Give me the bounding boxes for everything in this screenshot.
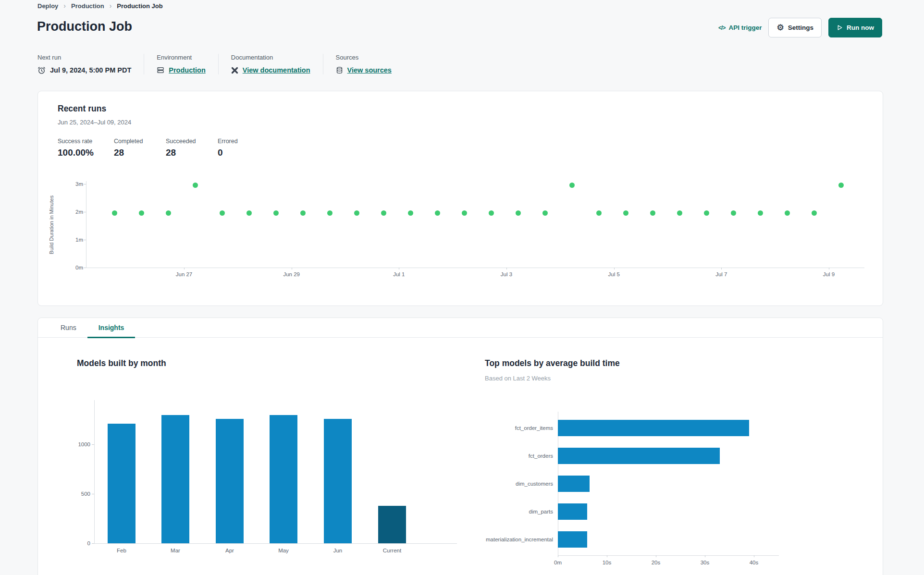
hbar-x-axis	[558, 555, 779, 556]
scatter-x-tick	[829, 268, 829, 269]
hbar-x-tick	[705, 555, 705, 557]
scatter-y-tick	[84, 212, 86, 212]
scatter-x-tick	[292, 268, 292, 269]
hbar-x-tick-label: 20s	[644, 560, 668, 565]
hbar-x-tick	[607, 555, 607, 557]
hbar-row-label: materialization_incremental	[457, 537, 553, 542]
hbar-x-tick	[754, 555, 754, 557]
header-actions: </> API trigger ⚙ Settings Run now	[718, 18, 882, 37]
run-duration-dot	[542, 210, 548, 216]
scatter-x-tick-label: Jul 1	[384, 271, 413, 277]
info-link[interactable]: Production	[169, 66, 206, 74]
run-duration-dot	[408, 210, 413, 216]
scatter-x-tick-label: Jun 29	[277, 271, 306, 277]
run-now-label: Run now	[847, 24, 874, 31]
insights-card: RunsInsights Models built by month 05001…	[37, 318, 883, 575]
page-title: Production Job	[37, 19, 132, 34]
hbar-row-label: fct_orders	[457, 453, 553, 459]
run-duration-dot	[327, 210, 333, 216]
info-section-environment: EnvironmentProduction	[157, 54, 219, 74]
run-duration-dot	[112, 210, 117, 216]
breadcrumb-item-production[interactable]: Production	[71, 2, 104, 10]
info-value: View documentation	[231, 66, 310, 74]
info-value: Production	[157, 66, 206, 74]
info-section-documentation: DocumentationView documentation	[231, 54, 323, 74]
scatter-y-tick	[84, 240, 86, 240]
scatter-y-tick-label: 2m	[64, 209, 83, 215]
run-duration-dot	[650, 210, 655, 216]
info-text: Jul 9, 2024, 5:00 PM PDT	[50, 66, 131, 74]
hbar-x-tick-label: 40s	[742, 560, 766, 565]
scatter-y-tick-label: 0m	[64, 265, 83, 270]
info-bar: Next runJul 9, 2024, 5:00 PM PDTEnvironm…	[37, 54, 417, 74]
info-section-next-run: Next runJul 9, 2024, 5:00 PM PDT	[37, 54, 144, 74]
settings-label: Settings	[788, 24, 813, 31]
recent-runs-card: Recent runs Jun 25, 2024–Jul 09, 2024 Su…	[37, 91, 883, 306]
scatter-x-tick	[614, 268, 615, 269]
top-models-chart: fct_order_itemsfct_ordersdim_customersdi…	[38, 318, 883, 575]
production-job-page: Deploy›Production›Production Job Product…	[0, 0, 924, 575]
run-duration-dot	[731, 210, 736, 216]
api-trigger-label: API trigger	[728, 24, 762, 31]
hbar-dim_customers	[558, 476, 590, 492]
hbar-x-tick-label: 30s	[693, 560, 717, 565]
scatter-x-tick-label: Jul 3	[492, 271, 521, 277]
run-duration-dot	[812, 210, 817, 216]
scatter-x-axis	[86, 268, 864, 268]
settings-button[interactable]: ⚙ Settings	[768, 18, 822, 37]
run-duration-dot	[623, 210, 628, 216]
info-section-sources: SourcesView sources	[336, 54, 404, 74]
hbar-row-label: dim_customers	[457, 481, 553, 487]
info-label: Sources	[336, 54, 392, 61]
environment-icon	[157, 66, 164, 74]
run-duration-dot	[166, 210, 171, 216]
run-duration-dot	[516, 210, 521, 216]
run-duration-dot	[300, 210, 306, 216]
run-duration-dot	[381, 210, 386, 216]
info-link[interactable]: View documentation	[243, 66, 310, 74]
run-duration-dot	[596, 210, 602, 216]
scatter-x-tick	[399, 268, 399, 269]
code-icon: </>	[718, 24, 725, 31]
run-duration-dot	[758, 210, 763, 216]
scatter-x-tick-label: Jun 27	[170, 271, 198, 277]
scatter-x-tick-label: Jul 9	[814, 271, 843, 277]
run-duration-dot	[220, 210, 225, 216]
info-label: Environment	[157, 54, 206, 61]
hbar-row-label: dim_parts	[457, 509, 553, 514]
breadcrumb-item-production-job: Production Job	[117, 2, 162, 10]
scatter-y-axis	[86, 181, 86, 268]
scatter-x-tick	[721, 268, 722, 269]
run-duration-dot	[677, 210, 682, 216]
hbar-x-tick	[656, 555, 656, 557]
hbar-x-tick-label: 10s	[595, 560, 619, 565]
hbar-x-tick	[558, 555, 558, 557]
build-duration-chart: Build Duration in Minutes 0m1m2m3mJun 27…	[38, 91, 883, 306]
api-trigger-link[interactable]: </> API trigger	[718, 24, 762, 31]
hbar-x-tick-label: 0m	[546, 560, 570, 565]
clock-icon	[37, 66, 46, 74]
run-duration-dot	[435, 210, 440, 216]
hbar-row-label: fct_order_items	[457, 425, 553, 431]
run-duration-dot	[139, 210, 144, 216]
run-duration-dot	[569, 183, 575, 188]
scatter-x-tick	[184, 268, 185, 269]
run-duration-dot	[273, 210, 279, 216]
hbar-materialization_incremental	[558, 531, 587, 548]
scatter-x-tick	[506, 268, 507, 269]
dbt-docs-icon	[231, 67, 238, 74]
scatter-y-tick	[84, 268, 86, 268]
scatter-y-tick	[84, 184, 86, 184]
info-link[interactable]: View sources	[347, 66, 392, 74]
run-duration-dot	[785, 210, 790, 216]
run-duration-dot	[462, 210, 467, 216]
run-duration-dot	[354, 210, 359, 216]
run-duration-dot	[489, 210, 494, 216]
hbar-dim_parts	[558, 503, 587, 520]
info-label: Documentation	[231, 54, 310, 61]
run-now-button[interactable]: Run now	[828, 18, 882, 37]
info-label: Next run	[37, 54, 131, 61]
scatter-y-axis-title: Build Duration in Minutes	[49, 182, 54, 268]
breadcrumb-item-deploy[interactable]: Deploy	[37, 2, 58, 10]
play-icon	[837, 24, 843, 31]
